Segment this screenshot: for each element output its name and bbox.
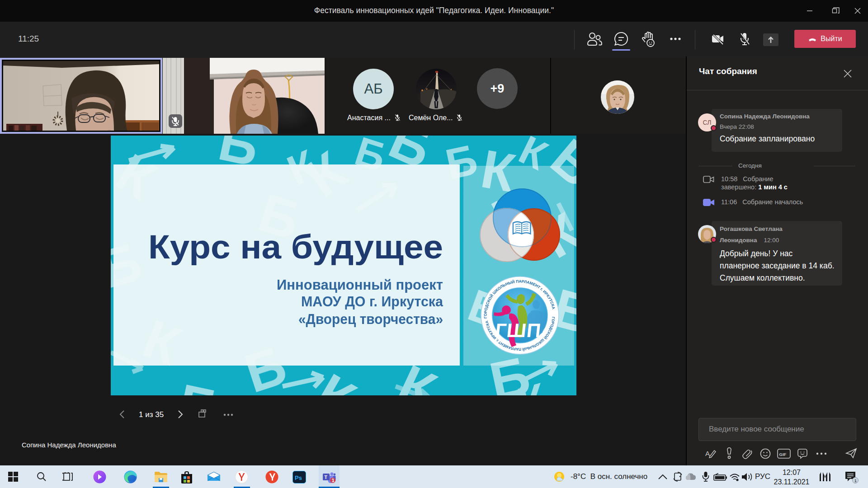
svg-text:GIF: GIF: [779, 452, 787, 457]
svg-text:Курс на будущее: Курс на будущее: [148, 228, 443, 266]
svg-text:1 из 35: 1 из 35: [139, 410, 164, 419]
svg-text:1: 1: [854, 478, 857, 483]
svg-text:«Дворец творчества»: «Дворец творчества»: [298, 311, 443, 327]
svg-text:Ps: Ps: [295, 474, 302, 481]
svg-text:МАОУ ДО г. Иркутска: МАОУ ДО г. Иркутска: [301, 294, 443, 310]
svg-text:ГШП: ГШП: [494, 319, 542, 341]
svg-text:A: A: [705, 450, 710, 457]
svg-text:1: 1: [332, 478, 335, 483]
svg-text:Инновационный проект: Инновационный проект: [277, 277, 443, 293]
svg-text:T: T: [325, 474, 328, 480]
